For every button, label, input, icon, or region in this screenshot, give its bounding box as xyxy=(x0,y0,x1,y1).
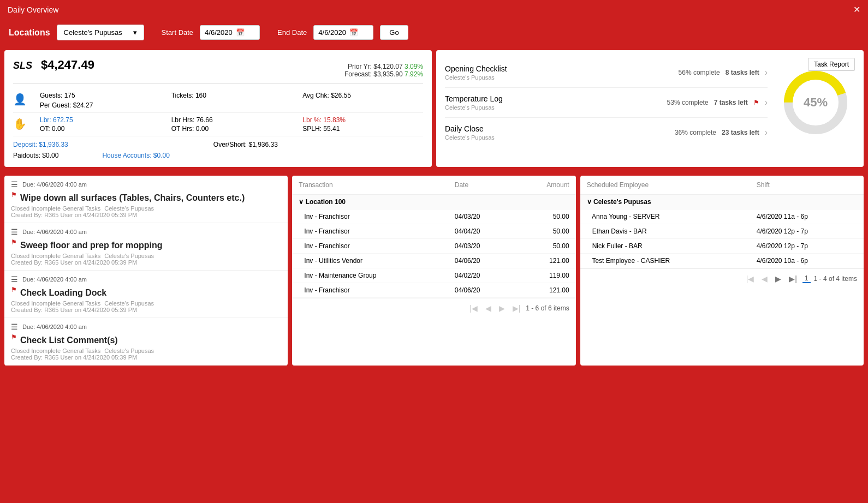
tasks-card: ☰ Due: 4/06/2020 4:00 am ⚑ Wipe down all… xyxy=(4,176,288,366)
trans-row-0: Inv - Franchisor 04/03/20 50.00 xyxy=(292,209,575,224)
calendar-icon-2: 📅 xyxy=(349,28,358,37)
toolbar: Locations Celeste's Pupusas ▾ Start Date… xyxy=(0,19,868,46)
tasks-left-2: 23 tasks left xyxy=(722,129,759,136)
sched-pag-first[interactable]: |◀ xyxy=(744,273,757,284)
locations-label: Locations xyxy=(9,28,50,38)
trans-date-0: 04/03/20 xyxy=(448,209,515,224)
checklist-items: Opening Checklist Celeste's Pupusas 56% … xyxy=(445,58,768,147)
sched-shift-0: 4/6/2020 11a - 6p xyxy=(750,209,864,224)
task-status-1: Closed Incomplete General Tasks xyxy=(11,253,100,259)
task-due-2: Due: 4/06/2020 4:00 am xyxy=(22,276,87,283)
calendar-icon-task-2: ☰ xyxy=(11,275,18,284)
trans-name-3: Inv - Utilities Vendor xyxy=(292,254,448,268)
go-button[interactable]: Go xyxy=(380,25,408,40)
chevron-down-icon: ▾ xyxy=(133,28,137,37)
end-date-value: 4/6/2020 xyxy=(318,28,346,37)
checklist-pct-2: 36% complete xyxy=(675,129,716,136)
sched-pag-prev[interactable]: ◀ xyxy=(759,273,770,284)
pag-prev-btn[interactable]: ◀ xyxy=(483,303,494,314)
trans-amount-2: 50.00 xyxy=(514,239,575,254)
checklist-sub-2: Celeste's Pupusas xyxy=(445,134,495,141)
tasks-scroll[interactable]: ☰ Due: 4/06/2020 4:00 am ⚑ Wipe down all… xyxy=(4,176,288,366)
sls-amount: $4,247.49 xyxy=(41,58,94,72)
tasks-left-1: 7 tasks left xyxy=(714,99,748,106)
trans-pagination-info: 1 - 6 of 6 items xyxy=(526,304,569,312)
task-flag-1: ⚑ xyxy=(11,238,17,246)
pag-last-btn[interactable]: ▶| xyxy=(510,303,523,314)
per-guest-val: Per Guest: $24.27 xyxy=(40,101,160,109)
trans-row-2: Inv - Franchisor 04/03/20 50.00 xyxy=(292,239,575,254)
task-title-1: Sweep floor and prep for mopping xyxy=(20,241,162,250)
trans-amount-5: 121.00 xyxy=(514,283,575,298)
location-value: Celeste's Pupusas xyxy=(64,28,122,37)
location-dropdown[interactable]: Celeste's Pupusas ▾ xyxy=(57,25,144,40)
trans-col-amount: Amount xyxy=(514,176,575,195)
sls-prior: Prior Yr: $4,120.07 3.09% Forecast: $3,9… xyxy=(344,63,423,78)
transactions-card: Transaction Date Amount ∨ Location 100 I… xyxy=(292,176,575,366)
person-icon: 👤 xyxy=(13,93,27,106)
trans-name-4: Inv - Maintenance Group xyxy=(292,268,448,283)
sched-row-2: Nick Fuller - BAR 4/6/2020 12p - 7p xyxy=(580,239,864,254)
schedule-card: Scheduled Employee Shift ∨ Celeste's Pup… xyxy=(580,176,864,366)
trans-name-5: Inv - Franchisor xyxy=(292,283,448,298)
sched-emp-0: Anna Young - SERVER xyxy=(580,209,750,224)
start-date-label: Start Date xyxy=(162,28,194,37)
task-due-0: Due: 4/06/2020 4:00 am xyxy=(22,181,87,188)
task-created-0: Created By: R365 User on 4/24/2020 05:39… xyxy=(11,212,137,218)
trans-date-4: 04/02/20 xyxy=(448,268,515,283)
sched-emp-2: Nick Fuller - BAR xyxy=(580,239,750,254)
sched-col-employee: Scheduled Employee xyxy=(580,176,750,195)
end-date-input[interactable]: 4/6/2020 📅 xyxy=(313,25,373,40)
schedule-table: Scheduled Employee Shift ∨ Celeste's Pup… xyxy=(580,176,864,268)
trans-amount-4: 119.00 xyxy=(514,268,575,283)
sls-header: SLS $4,247.49 Prior Yr: $4,120.07 3.09% … xyxy=(13,58,423,78)
forecast-pct: 7.92% xyxy=(405,70,423,78)
sched-pag-last[interactable]: ▶| xyxy=(787,273,799,284)
task-flag-0: ⚑ xyxy=(11,191,17,199)
sched-group-header: ∨ Celeste's Pupusas xyxy=(580,195,864,209)
sched-emp-3: Test Employee - CASHIER xyxy=(580,254,750,268)
trans-col-transaction: Transaction xyxy=(292,176,448,195)
trans-date-2: 04/03/20 xyxy=(448,239,515,254)
guests-val: Guests: 175 xyxy=(40,92,160,99)
expand-icon-sched: ∨ xyxy=(587,198,592,206)
sched-row-0: Anna Young - SERVER 4/6/2020 11a - 6p xyxy=(580,209,864,224)
calendar-icon-task-0: ☰ xyxy=(11,180,18,189)
prior-yr-label: Prior Yr: $4,120.07 xyxy=(348,63,403,70)
transactions-pagination: |◀ ◀ ▶ ▶| 1 - 6 of 6 items xyxy=(292,298,575,318)
task-location-0: Celeste's Pupusas xyxy=(104,205,154,212)
lbr-val[interactable]: Lbr: 672.75 xyxy=(40,116,160,124)
sls-paidout-row: Paidouts: $0.00 House Accounts: $0.00 xyxy=(13,148,423,159)
pag-first-btn[interactable]: |◀ xyxy=(467,303,480,314)
over-short-val: Over/Short: $1,936.33 xyxy=(213,141,278,148)
lbr-hrs-val: Lbr Hrs: 76.66 xyxy=(171,116,292,124)
app-title: Daily Overview xyxy=(8,5,58,14)
trans-name-1: Inv - Franchisor xyxy=(292,224,448,239)
sched-page-num: 1 xyxy=(802,274,811,283)
task-item-0: ☰ Due: 4/06/2020 4:00 am ⚑ Wipe down all… xyxy=(4,176,288,223)
house-accounts-val[interactable]: House Accounts: $0.00 xyxy=(102,152,169,159)
sched-pag-next[interactable]: ▶ xyxy=(773,273,783,284)
close-button[interactable]: ✕ xyxy=(853,4,860,15)
start-date-value: 4/6/2020 xyxy=(205,28,233,37)
pag-next-btn[interactable]: ▶ xyxy=(497,303,507,314)
task-item-1: ☰ Due: 4/06/2020 4:00 am ⚑ Sweep floor a… xyxy=(4,223,288,271)
forecast-label: Forecast: $3,935.90 xyxy=(344,70,403,78)
calendar-icon: 📅 xyxy=(236,28,245,37)
task-due-3: Due: 4/06/2020 4:00 am xyxy=(22,324,87,330)
hand-icon: ✋ xyxy=(13,117,27,130)
checklist-item-0: Opening Checklist Celeste's Pupusas 56% … xyxy=(445,58,768,88)
task-location-2: Celeste's Pupusas xyxy=(104,300,154,307)
trans-col-date: Date xyxy=(448,176,515,195)
checklist-item-2: Daily Close Celeste's Pupusas 36% comple… xyxy=(445,118,768,147)
trans-row-5: Inv - Franchisor 04/06/20 121.00 xyxy=(292,283,575,298)
sched-col-shift: Shift xyxy=(750,176,864,195)
prior-yr-pct: 3.09% xyxy=(405,63,423,70)
deposit-val[interactable]: Deposit: $1,936.33 xyxy=(13,141,68,148)
sched-emp-1: Ethan Davis - BAR xyxy=(580,224,750,239)
checklist-title-2: Daily Close xyxy=(445,124,495,133)
task-location-3: Celeste's Pupusas xyxy=(104,348,154,354)
trans-amount-3: 121.00 xyxy=(514,254,575,268)
donut-center-pct: 45% xyxy=(804,95,828,110)
start-date-input[interactable]: 4/6/2020 📅 xyxy=(200,25,260,40)
